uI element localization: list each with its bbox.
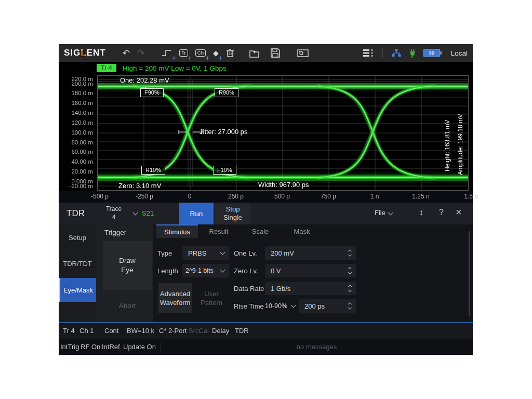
message-area: no messages — [161, 339, 473, 355]
flag-f10: F10% — [213, 166, 236, 175]
network-icon — [391, 48, 402, 58]
eye-height-readout: Height: 163.81 mV — [444, 94, 451, 171]
local-mode-label[interactable]: Local — [451, 49, 468, 57]
save-button[interactable] — [271, 47, 280, 59]
add-signal-button[interactable]: + — [162, 47, 172, 59]
battery-indicator: 99 — [423, 47, 440, 59]
power-status-button[interactable] — [409, 47, 416, 59]
zero-level-stepper[interactable]: 0 V — [265, 264, 356, 277]
tab-result[interactable]: Result — [198, 224, 240, 238]
abort-button[interactable]: Abort — [103, 295, 152, 316]
redo-button[interactable]: ↷ — [137, 47, 144, 59]
camera-icon — [297, 49, 309, 57]
trace-selector[interactable]: Trace 4 — [100, 205, 127, 221]
expand-panel-button[interactable]: ↕ — [419, 208, 423, 217]
trigger-section: Trigger Draw Eye Abort — [96, 224, 153, 322]
eye-amplitude-readout: Amplitude: 199.18 mV — [457, 92, 464, 175]
power-plug-icon — [409, 48, 416, 58]
tdr-panel-body: Setup TDR/TDT Eye/Mask Trigger Draw Eye … — [59, 224, 473, 323]
tab-scale[interactable]: Scale — [240, 224, 281, 238]
user-pattern-button[interactable]: User Pattern — [195, 283, 228, 313]
add-channel-button[interactable]: Ch + — [195, 47, 206, 59]
toolbar-divider — [382, 48, 383, 58]
screenshot-button[interactable] — [297, 47, 309, 59]
y-axis-label: 120.0 m — [59, 119, 93, 126]
one-level-readout: One: 202.28 mV — [118, 76, 171, 84]
panel-title: TDR — [66, 208, 85, 219]
flag-r90: R90% — [215, 88, 238, 97]
type-label: Type — [157, 249, 172, 257]
one-level-label: One Lv. — [234, 249, 257, 257]
sidebar-item-setup[interactable]: Setup — [59, 226, 96, 249]
run-button[interactable]: Run — [179, 203, 214, 224]
undo-button[interactable]: ↶ — [123, 47, 130, 59]
x-axis-label: 1 n — [360, 193, 389, 200]
type-dropdown[interactable]: PRBS — [182, 246, 229, 260]
network-status-button[interactable] — [391, 47, 402, 59]
recall-button[interactable] — [249, 47, 260, 59]
x-axis-label: 250 p — [221, 193, 250, 200]
one-level-stepper[interactable]: 200 mV — [265, 246, 356, 260]
chevron-down-icon — [220, 268, 225, 273]
y-axis-label: 20.00 m — [59, 168, 93, 175]
list-icon — [363, 49, 374, 57]
y-axis-label: -20.00 m — [59, 183, 93, 189]
x-axis-label: 1.25 n — [406, 193, 435, 200]
status-tdr: TDR — [235, 323, 249, 339]
status-rf: RF On — [81, 339, 100, 355]
sidebar-item-tdr-tdt[interactable]: TDR/TDT — [59, 252, 96, 275]
x-axis-label: 750 p — [314, 193, 343, 200]
status-channel: Ch 1 — [79, 323, 94, 339]
close-panel-button[interactable]: × — [456, 206, 462, 218]
file-menu[interactable]: File — [375, 209, 392, 217]
trace-badge[interactable]: Tr 4 — [97, 64, 116, 72]
save-icon — [271, 48, 280, 58]
help-button[interactable]: ? — [439, 208, 444, 217]
chevron-down-icon — [133, 210, 138, 216]
status-bar-bottom: IntTrig RF On IntRef Update On no messag… — [59, 339, 473, 355]
stepper-down-icon[interactable] — [348, 253, 351, 257]
stop-single-button[interactable]: Stop Single — [215, 203, 251, 224]
logo-accent — [81, 50, 85, 57]
menu-list-button[interactable] — [363, 47, 374, 59]
siglent-logo: SIGLENT — [64, 48, 106, 58]
s-parameter-label: S21 — [142, 209, 154, 217]
zero-level-readout: Zero: 3.10 mV — [118, 182, 161, 190]
rise-time-range-dropdown[interactable]: 10-90% — [265, 299, 296, 313]
status-trace: Tr 4 — [63, 323, 75, 339]
rise-time-stepper[interactable]: 200 ps — [299, 299, 356, 313]
stepper-down-icon[interactable] — [348, 271, 351, 274]
channel-box-icon: Ch — [195, 49, 206, 57]
y-axis-label: 180.0 m — [59, 90, 93, 96]
stepper-down-icon[interactable] — [348, 306, 351, 310]
toolbar: SIGLENT ↶ ↷ + Tr + Ch + ◆ + — [59, 44, 473, 62]
status-bar-top: Tr 4 Ch 1 Cont BW=10 k C* 2-Port SrcCal … — [59, 323, 473, 339]
x-axis-label: -250 p — [130, 193, 159, 200]
tdr-panel-header: TDR Trace 4 S21 Run Stop Single File ↕ ?… — [59, 203, 473, 224]
panel-scrollbar[interactable] — [469, 231, 470, 316]
stepper-down-icon[interactable] — [348, 288, 351, 292]
y-axis-label: 200.0 m — [59, 81, 93, 87]
delete-button[interactable] — [226, 47, 234, 59]
data-rate-stepper[interactable]: 1 Gb/s — [265, 282, 356, 295]
advanced-waveform-button[interactable]: Advanced Waveform — [158, 283, 192, 313]
flag-f90: F90% — [140, 88, 164, 97]
trace-info-bar: Tr 4 High = 200 mV Low = 0V, 1 Gbps — [59, 62, 473, 74]
sidebar-item-eye-mask[interactable]: Eye/Mask — [59, 278, 96, 302]
trace-settings-label: High = 200 mV Low = 0V, 1 Gbps — [123, 64, 227, 72]
x-axis-label: 1.5 n — [449, 193, 478, 200]
tab-mask[interactable]: Mask — [281, 224, 323, 238]
toolbar-divider — [153, 48, 153, 58]
chevron-down-icon — [291, 303, 296, 308]
tab-stimulus[interactable]: Stimulus — [156, 224, 198, 238]
data-rate-label: Data Rate — [234, 285, 264, 292]
draw-eye-button[interactable]: Draw Eye — [103, 241, 152, 290]
trigger-section-title: Trigger — [104, 229, 126, 236]
length-dropdown[interactable]: 2^9-1 bits — [182, 264, 229, 277]
status-bandwidth: BW=10 k — [127, 323, 154, 339]
status-cont: Cont — [104, 323, 118, 339]
add-marker-button[interactable]: ◆ + — [213, 47, 219, 59]
add-trace-button[interactable]: Tr + — [179, 47, 188, 59]
chevron-down-icon — [220, 250, 225, 255]
trash-icon — [226, 48, 234, 58]
